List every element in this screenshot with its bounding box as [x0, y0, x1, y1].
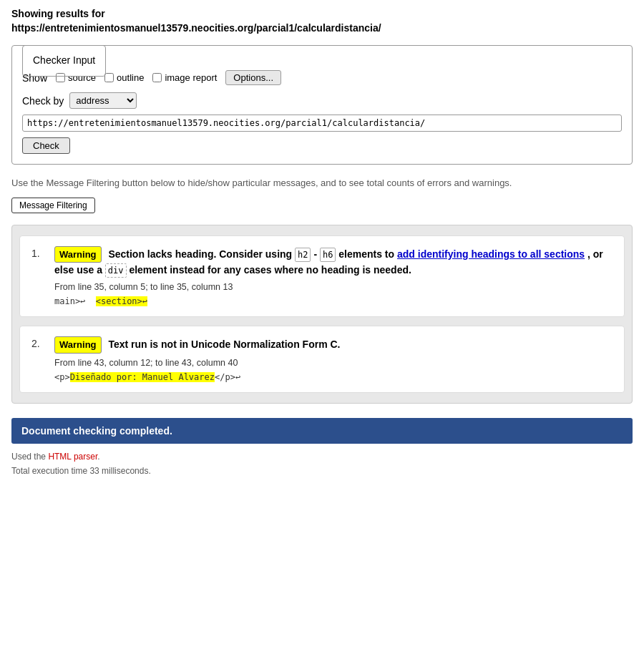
result-text-1d: element instead for any cases where no h… — [129, 264, 411, 276]
code-highlight-1: <section>↩ — [96, 296, 147, 306]
footer-info: Used the HTML parser. Total execution ti… — [11, 449, 633, 479]
image-report-checkbox-label[interactable]: image report — [152, 72, 217, 83]
code-text-1a: main>↩ — [54, 296, 96, 306]
h6-code: h6 — [320, 248, 336, 262]
html-parser-link[interactable]: HTML parser — [48, 452, 97, 462]
check-by-label: Check by — [22, 95, 64, 107]
result-item-1: 1. Warning Section lacks heading. Consid… — [19, 235, 625, 318]
image-report-checkbox[interactable] — [152, 73, 162, 82]
outline-checkbox-label[interactable]: outline — [104, 72, 144, 83]
result-message-1: Warning Section lacks heading. Consider … — [54, 246, 613, 278]
result-text-2: Text run is not in Unicode Normalization… — [108, 339, 340, 350]
result-number-2: 2. — [31, 336, 46, 382]
warning-badge-1: Warning — [54, 246, 102, 263]
show-row: Show source outline image report Options… — [22, 70, 622, 85]
result-number-1: 1. — [31, 246, 46, 307]
checker-input-box: Checker Input Show source outline image … — [11, 45, 633, 165]
checker-input-legend: Checker Input — [22, 45, 106, 77]
code-text-2b: </p>↩ — [215, 372, 240, 382]
dash-sep: - — [313, 248, 320, 260]
result-item-2: 2. Warning Text run is not in Unicode No… — [19, 326, 625, 393]
footer-parser-text: Used the — [11, 452, 48, 462]
filter-info-text: Use the Message Filtering button below t… — [11, 176, 633, 190]
code-highlight-2: Diseñado por: Manuel Alvarez — [70, 372, 215, 382]
outline-checkbox[interactable] — [104, 73, 114, 82]
div-code: div — [105, 263, 127, 278]
result-location-2: From line 43, column 12; to line 43, col… — [54, 358, 613, 368]
footer-parser-line: Used the HTML parser. — [11, 449, 633, 464]
result-text-1b: elements to — [338, 248, 397, 260]
code-text-2a: <p> — [54, 372, 70, 382]
result-message-2: Warning Text run is not in Unicode Norma… — [54, 336, 613, 354]
footer-parser-end: . — [97, 452, 99, 462]
check-button[interactable]: Check — [22, 137, 70, 154]
options-button[interactable]: Options... — [225, 70, 281, 85]
result-location-1: From line 35, column 5; to line 35, colu… — [54, 282, 613, 292]
message-filtering-button[interactable]: Message Filtering — [11, 198, 95, 213]
image-report-label: image report — [165, 72, 217, 83]
result-content-2: Warning Text run is not in Unicode Norma… — [54, 336, 613, 382]
check-by-select[interactable]: address file direct input — [69, 92, 137, 109]
result-code-1: main>↩ <section>↩ — [54, 296, 613, 306]
result-content-1: Warning Section lacks heading. Consider … — [54, 246, 613, 307]
headings-link[interactable]: add identifying headings to all sections — [397, 248, 585, 260]
footer-execution-line: Total execution time 33 milliseconds. — [11, 464, 633, 478]
result-code-2: <p>Diseñado por: Manuel Alvarez</p>↩ — [54, 372, 613, 382]
result-text-1a: Section lacks heading. Consider using — [108, 248, 295, 260]
showing-results-title: Showing results for https://entretenimie… — [11, 7, 633, 35]
results-section: 1. Warning Section lacks heading. Consid… — [11, 225, 633, 404]
h2-code: h2 — [295, 248, 311, 262]
outline-label: outline — [117, 72, 144, 83]
url-input[interactable] — [22, 115, 622, 132]
doc-complete-bar: Document checking completed. — [11, 418, 633, 444]
warning-badge-2: Warning — [54, 336, 102, 354]
check-by-row: Check by address file direct input — [22, 92, 622, 109]
